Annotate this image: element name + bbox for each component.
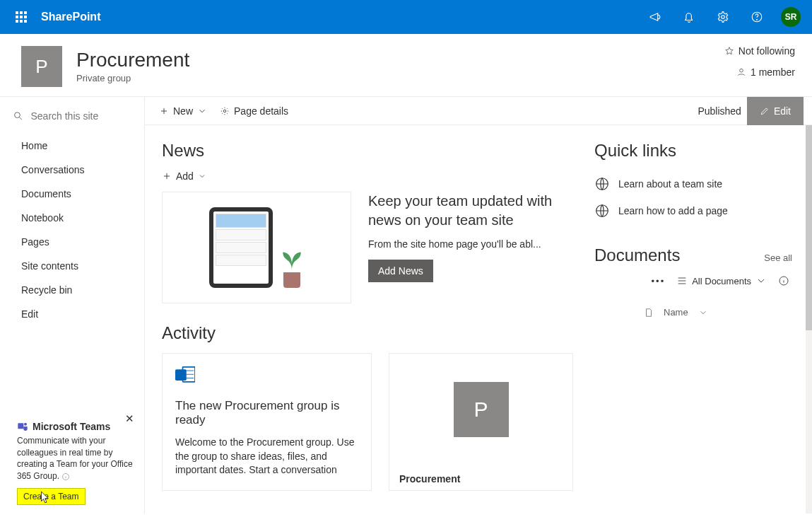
site-title: Procurement <box>76 50 189 71</box>
nav-conversations[interactable]: Conversations <box>0 158 144 182</box>
info-icon[interactable] <box>778 275 789 286</box>
news-add-button[interactable]: Add <box>162 170 573 182</box>
documents-see-all[interactable]: See all <box>764 253 792 263</box>
help-icon[interactable] <box>740 0 774 34</box>
site-logo[interactable]: P <box>21 46 62 87</box>
scrollbar-thumb[interactable] <box>806 125 812 330</box>
follow-label: Not following <box>739 45 795 57</box>
teams-icon <box>17 421 28 432</box>
svg-point-8 <box>223 110 226 112</box>
teams-card-desc: Communicate with your colleagues in real… <box>17 435 134 482</box>
create-team-button[interactable]: Create a Team <box>17 488 86 505</box>
site-header: P Procurement Private group Not followin… <box>0 34 812 96</box>
scrollbar-track[interactable] <box>806 125 812 514</box>
brand-label[interactable]: SharePoint <box>41 11 100 23</box>
svg-rect-9 <box>175 369 187 381</box>
activity-card-2[interactable]: P Procurement <box>389 353 573 491</box>
new-button[interactable]: New <box>159 105 207 117</box>
member-count: 1 member <box>751 66 795 78</box>
nav-home[interactable]: Home <box>0 134 144 158</box>
teams-promo-card: ✕ Microsoft Teams Communicate with your … <box>0 414 144 514</box>
quicklink-add-page[interactable]: Learn how to add a page <box>594 197 792 224</box>
pencil-icon <box>760 106 770 116</box>
follow-toggle[interactable]: Not following <box>724 45 795 57</box>
quicklink-learn-team-site[interactable]: Learn about a team site <box>594 170 792 197</box>
activity-card-1-title: The new Procurement group is ready <box>175 399 358 427</box>
news-illustration <box>162 192 351 303</box>
search-input[interactable] <box>29 110 134 122</box>
file-icon <box>644 308 654 318</box>
command-bar: New Page details Published Edit <box>145 97 812 125</box>
chevron-down-icon <box>197 106 207 116</box>
search-box[interactable] <box>0 105 144 131</box>
add-news-button[interactable]: Add News <box>368 260 433 282</box>
nav-notebook[interactable]: Notebook <box>0 206 144 230</box>
page-details-button[interactable]: Page details <box>220 105 288 117</box>
nav-site-contents[interactable]: Site contents <box>0 254 144 278</box>
nav-edit[interactable]: Edit <box>0 302 144 326</box>
news-heading: News <box>162 141 573 161</box>
star-icon <box>724 46 734 56</box>
news-subtext: From the site home page you'll be abl... <box>368 238 573 250</box>
view-selector[interactable]: All Documents <box>676 275 767 286</box>
person-icon <box>736 67 746 77</box>
chevron-down-icon <box>198 172 206 180</box>
nav-recycle-bin[interactable]: Recycle bin <box>0 278 144 302</box>
user-avatar[interactable]: SR <box>781 7 801 27</box>
chevron-down-icon <box>755 275 767 286</box>
megaphone-icon[interactable] <box>638 0 672 34</box>
documents-column-header[interactable]: Name <box>594 296 792 327</box>
bell-icon[interactable] <box>672 0 706 34</box>
svg-point-2 <box>757 19 758 20</box>
left-nav: Home Conversations Documents Notebook Pa… <box>0 97 145 514</box>
news-headline: Keep your team updated with news on your… <box>368 192 573 230</box>
activity-card-2-label: Procurement <box>389 465 467 490</box>
plus-icon <box>159 106 169 116</box>
plus-icon <box>162 171 172 181</box>
site-subtitle: Private group <box>76 73 189 83</box>
activity-card-1[interactable]: The new Procurement group is ready Welco… <box>162 353 372 491</box>
list-icon <box>676 275 688 286</box>
gear-icon[interactable] <box>706 0 740 34</box>
globe-icon <box>594 203 610 219</box>
svg-point-3 <box>740 69 743 72</box>
svg-point-4 <box>15 112 20 118</box>
outlook-icon <box>175 366 195 385</box>
members-link[interactable]: 1 member <box>724 66 795 78</box>
activity-card-1-body: Welcome to the Procurement group. Use th… <box>175 436 358 477</box>
svg-point-6 <box>24 422 27 425</box>
activity-heading: Activity <box>162 323 573 343</box>
svg-rect-5 <box>18 423 23 429</box>
nav-documents[interactable]: Documents <box>0 182 144 206</box>
suite-bar: SharePoint SR <box>0 0 812 34</box>
info-icon[interactable] <box>61 472 70 481</box>
more-icon[interactable]: ••• <box>652 276 666 286</box>
chevron-down-icon <box>698 308 708 318</box>
documents-heading: Documents <box>594 245 680 265</box>
teams-card-title: Microsoft Teams <box>17 421 134 432</box>
nav-pages[interactable]: Pages <box>0 230 144 254</box>
search-icon <box>13 110 23 122</box>
close-icon[interactable]: ✕ <box>125 412 134 425</box>
svg-point-0 <box>722 16 725 19</box>
globe-icon <box>594 176 610 192</box>
gear-sm-icon <box>220 106 230 116</box>
activity-card-2-tile: P <box>454 382 509 437</box>
quicklinks-heading: Quick links <box>594 141 792 161</box>
app-launcher-icon[interactable] <box>4 0 38 34</box>
publish-status: Published <box>698 105 741 117</box>
edit-button[interactable]: Edit <box>747 97 804 125</box>
